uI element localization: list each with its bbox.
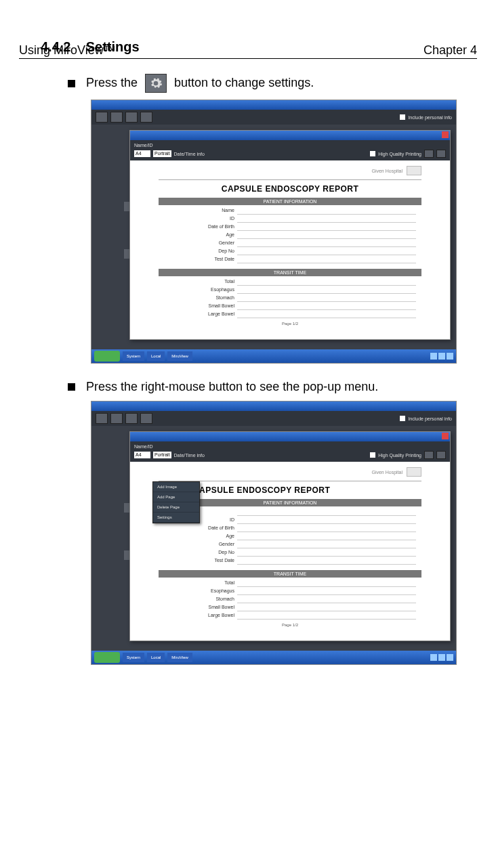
dialog-titlebar bbox=[130, 432, 450, 441]
field-age: Age bbox=[206, 534, 237, 542]
field-esoph: Esophagus bbox=[206, 588, 237, 596]
print-icon[interactable] bbox=[436, 150, 446, 158]
field-depno: Dep No bbox=[206, 550, 237, 558]
taskbar-item-3[interactable]: MiroView bbox=[167, 653, 192, 662]
system-tray bbox=[430, 353, 453, 360]
start-button[interactable] bbox=[94, 652, 120, 663]
dialog-controls: Name/ID A4 Portrait Date/Time info High … bbox=[130, 441, 450, 462]
field-stomach: Stomach bbox=[206, 295, 237, 303]
paper-size-select[interactable]: A4 bbox=[134, 150, 150, 157]
bullet-2-text: Press the right-mouse button to see the … bbox=[86, 380, 378, 394]
header-left: Using MiroView™ bbox=[19, 43, 116, 58]
include-personal-checkbox[interactable] bbox=[400, 114, 405, 120]
tray-icon[interactable] bbox=[447, 353, 453, 360]
home-button[interactable] bbox=[96, 112, 108, 123]
bullet-square-icon bbox=[68, 383, 75, 391]
dialog-titlebar bbox=[130, 131, 450, 140]
taskbar-item-3[interactable]: MiroView bbox=[167, 351, 192, 361]
transit-fields: Total Esophagus Stomach Small Bowel Larg… bbox=[206, 279, 416, 320]
report-title: CAPSULE ENDOSCOPY REPORT bbox=[159, 184, 421, 194]
side-tab-2[interactable] bbox=[124, 249, 129, 259]
include-personal-label: Include personal info bbox=[408, 416, 452, 421]
system-tray bbox=[430, 654, 453, 661]
field-gender: Gender bbox=[206, 542, 237, 550]
taskbar-item-2[interactable]: Local bbox=[147, 653, 165, 662]
windows-taskbar: System Local MiroView bbox=[91, 349, 456, 363]
field-esoph: Esophagus bbox=[206, 287, 237, 295]
side-tab-2[interactable] bbox=[124, 550, 129, 560]
dialog-controls: Name/ID A4 Portrait Date/Time info High … bbox=[130, 140, 450, 160]
field-dob: Date of Birth bbox=[206, 224, 237, 232]
print-icon[interactable] bbox=[436, 451, 446, 459]
app-toolbar: Include personal info bbox=[91, 110, 456, 125]
hospital-name: Given Hospital bbox=[371, 470, 402, 475]
field-depno: Dep No bbox=[206, 248, 237, 257]
screenshot-1: Include personal info Name/ID A4 Portrai… bbox=[91, 100, 457, 364]
ctx-add-page[interactable]: Add Page bbox=[153, 492, 199, 502]
tray-icon[interactable] bbox=[430, 353, 437, 360]
orientation-select[interactable]: Portrait bbox=[153, 150, 171, 157]
report-page-footer: Page 1/2 bbox=[130, 623, 450, 627]
hospital-logo bbox=[407, 467, 421, 477]
transit-fields: Total Esophagus Stomach Small Bowel Larg… bbox=[206, 580, 416, 621]
page-button[interactable] bbox=[125, 112, 138, 123]
hospital-logo bbox=[407, 166, 421, 175]
print-button[interactable] bbox=[110, 112, 123, 123]
paper-size-select[interactable]: A4 bbox=[134, 452, 150, 458]
side-tab-1[interactable] bbox=[124, 503, 129, 513]
transit-time-bar: TRANSIT TIME bbox=[159, 570, 421, 578]
bullet-1: Press the button to change settings. bbox=[68, 74, 455, 93]
print-button[interactable] bbox=[110, 413, 123, 424]
report-preview: Given Hospital CAPSULE ENDOSCOPY REPORT … bbox=[130, 160, 450, 327]
transit-time-bar: TRANSIT TIME bbox=[159, 269, 421, 276]
include-personal-label: Include personal info bbox=[408, 115, 452, 120]
hq-print-label: High Quality Printing bbox=[378, 453, 421, 458]
close-icon[interactable] bbox=[442, 433, 449, 439]
bullet-1-text: Press the button to change settings. bbox=[86, 74, 314, 93]
report-settings-dialog: Name/ID A4 Portrait Date/Time info High … bbox=[129, 130, 451, 340]
tray-icon[interactable] bbox=[438, 654, 445, 661]
field-lbowel: Large Bowel bbox=[206, 311, 237, 320]
field-dob: Date of Birth bbox=[206, 525, 237, 534]
window-titlebar bbox=[91, 402, 456, 411]
side-tab-1[interactable] bbox=[124, 202, 129, 211]
orientation-select[interactable]: Portrait bbox=[153, 452, 171, 458]
zoom-button[interactable] bbox=[140, 112, 152, 123]
field-sbowel: Small Bowel bbox=[206, 605, 237, 613]
taskbar-item-1[interactable]: System bbox=[123, 351, 144, 361]
tray-icon[interactable] bbox=[438, 353, 445, 360]
bullet-square-icon bbox=[68, 80, 75, 87]
hq-print-checkbox[interactable] bbox=[370, 452, 375, 458]
page-button[interactable] bbox=[125, 413, 138, 424]
bullet-1-pre: Press the bbox=[86, 76, 138, 89]
taskbar-item-2[interactable]: Local bbox=[147, 351, 165, 361]
field-age: Age bbox=[206, 232, 237, 240]
page-range-label: Date/Time info bbox=[174, 453, 205, 458]
field-lbowel: Large Bowel bbox=[206, 613, 237, 621]
settings-icon[interactable] bbox=[424, 150, 434, 158]
close-icon[interactable] bbox=[442, 131, 449, 138]
screenshot-2: Include personal info Name/ID A4 Portrai… bbox=[91, 401, 457, 665]
settings-gear-button[interactable] bbox=[145, 74, 167, 93]
dialog-row1-label: Name/ID bbox=[134, 143, 153, 148]
app-toolbar: Include personal info bbox=[91, 411, 456, 426]
field-name bbox=[206, 509, 237, 517]
field-id: ID bbox=[206, 517, 237, 525]
taskbar-item-1[interactable]: System bbox=[123, 653, 144, 662]
include-personal-checkbox[interactable] bbox=[400, 416, 405, 421]
field-testdate: Test Date bbox=[206, 257, 237, 265]
hq-print-checkbox[interactable] bbox=[370, 151, 375, 156]
field-total: Total bbox=[206, 580, 237, 588]
home-button[interactable] bbox=[96, 413, 108, 424]
ctx-settings[interactable]: Settings bbox=[153, 513, 199, 523]
bullet-2: Press the right-mouse button to see the … bbox=[68, 380, 455, 394]
ctx-delete-page[interactable]: Delete Page bbox=[153, 502, 199, 513]
patient-fields: Name ID Date of Birth Age Gender Dep No … bbox=[206, 208, 416, 265]
settings-icon[interactable] bbox=[424, 451, 434, 459]
zoom-button[interactable] bbox=[140, 413, 152, 424]
header-rule bbox=[19, 58, 477, 59]
tray-icon[interactable] bbox=[430, 654, 437, 661]
tray-icon[interactable] bbox=[447, 654, 453, 661]
start-button[interactable] bbox=[94, 351, 120, 362]
ctx-add-image[interactable]: Add Image bbox=[153, 482, 199, 492]
